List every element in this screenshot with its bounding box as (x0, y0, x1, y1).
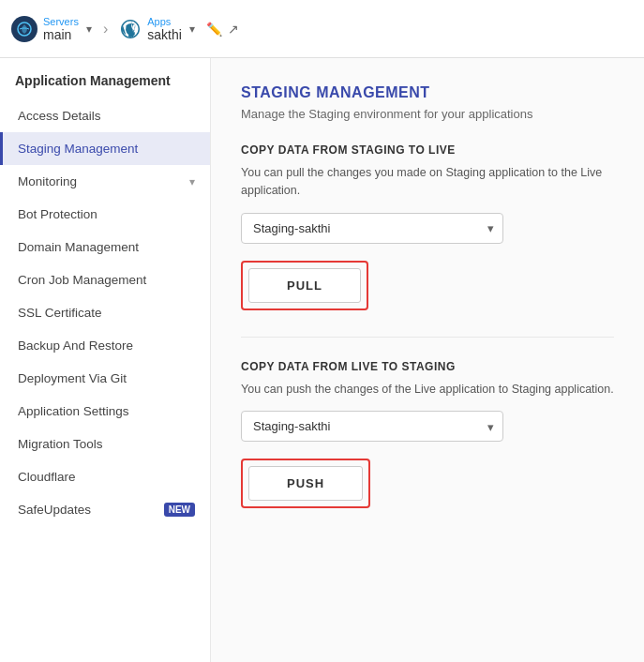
sidebar-item-access-details[interactable]: Access Details (0, 99, 210, 132)
sidebar: Application Management Access DetailsSta… (0, 58, 211, 662)
pull-section: COPY DATA FROM STAGING TO LIVE You can p… (241, 143, 614, 310)
edit-icon[interactable]: ✏️ (206, 22, 222, 37)
push-dropdown-wrapper: Staging-sakthi ▾ (241, 411, 503, 442)
pull-description: You can pull the changes you made on Sta… (241, 164, 614, 200)
sidebar-item-domain-management[interactable]: Domain Management (0, 231, 210, 263)
sidebar-item-label: SSL Certificate (18, 306, 102, 320)
pull-button[interactable]: PULL (248, 268, 361, 303)
sidebar-item-label: Domain Management (18, 240, 139, 254)
sidebar-item-label: Cron Job Management (18, 273, 146, 287)
server-name: main (43, 27, 79, 42)
apps-text: Apps (147, 16, 182, 27)
sidebar-item-safeupdates[interactable]: SafeUpdatesNEW (0, 493, 210, 526)
sidebar-item-label: Deployment Via Git (18, 371, 127, 385)
content-area: STAGING MANAGEMENT Manage the Staging en… (211, 58, 644, 662)
nav-action-icons: ✏️ ↗ (206, 22, 239, 37)
server-selector[interactable]: Servers main ▾ (11, 16, 92, 42)
sidebar-item-label: SafeUpdates (18, 503, 91, 517)
main-layout: Application Management Access DetailsSta… (0, 58, 644, 662)
sidebar-item-label: Access Details (18, 109, 101, 123)
sidebar-item-label: Staging Management (18, 142, 138, 156)
sidebar-item-label: Monitoring (18, 174, 77, 188)
server-label-group: Servers main (43, 16, 79, 42)
sidebar-item-backup-and-restore[interactable]: Backup And Restore (0, 329, 210, 362)
pull-action-box: PULL (241, 261, 368, 310)
servers-text: Servers (43, 16, 79, 27)
chevron-down-icon: ▾ (189, 175, 195, 188)
app-chevron-icon: ▾ (189, 23, 195, 36)
sidebar-item-label: Bot Protection (18, 207, 97, 221)
external-link-icon[interactable]: ↗ (228, 22, 239, 37)
nav-separator: › (103, 21, 108, 38)
push-heading: COPY DATA FROM LIVE TO STAGING (241, 360, 614, 373)
section-divider (241, 337, 614, 338)
server-icon (11, 16, 37, 42)
sidebar-item-label: Migration Tools (18, 437, 103, 451)
sidebar-title: Application Management (0, 73, 210, 99)
sidebar-item-cron-job-management[interactable]: Cron Job Management (0, 263, 210, 296)
sidebar-item-monitoring[interactable]: Monitoring▾ (0, 165, 210, 198)
app-name: sakthi (147, 27, 182, 42)
sidebar-item-application-settings[interactable]: Application Settings (0, 395, 210, 428)
pull-dropdown[interactable]: Staging-sakthi (241, 213, 503, 244)
top-nav: Servers main ▾ › Apps sakthi ▾ ✏️ ↗ (0, 0, 644, 58)
sidebar-item-label: Application Settings (18, 404, 129, 418)
pull-heading: COPY DATA FROM STAGING TO LIVE (241, 143, 614, 157)
sidebar-item-bot-protection[interactable]: Bot Protection (0, 198, 210, 231)
sidebar-item-migration-tools[interactable]: Migration Tools (0, 428, 210, 460)
app-label-group: Apps sakthi (147, 16, 182, 42)
sidebar-item-staging-management[interactable]: Staging Management (0, 132, 210, 165)
sidebar-item-label: Backup And Restore (18, 339, 133, 353)
push-button[interactable]: PUSH (248, 466, 363, 501)
new-badge: NEW (164, 503, 195, 517)
server-chevron-icon: ▾ (86, 23, 92, 36)
push-description: You can push the changes of the Live app… (241, 381, 614, 399)
sidebar-item-cloudflare[interactable]: Cloudflare (0, 460, 210, 493)
sidebar-item-label: Cloudflare (18, 470, 76, 484)
push-dropdown[interactable]: Staging-sakthi (241, 411, 503, 442)
sidebar-item-ssl-certificate[interactable]: SSL Certificate (0, 296, 210, 329)
app-selector[interactable]: Apps sakthi ▾ (119, 16, 195, 42)
pull-dropdown-wrapper: Staging-sakthi ▾ (241, 213, 503, 244)
page-title: STAGING MANAGEMENT (241, 84, 614, 101)
page-subtitle: Manage the Staging environment for your … (241, 107, 614, 121)
wordpress-icon (119, 18, 142, 40)
push-section: COPY DATA FROM LIVE TO STAGING You can p… (241, 360, 614, 509)
push-action-box: PUSH (241, 459, 370, 508)
sidebar-item-deployment-via-git[interactable]: Deployment Via Git (0, 362, 210, 395)
